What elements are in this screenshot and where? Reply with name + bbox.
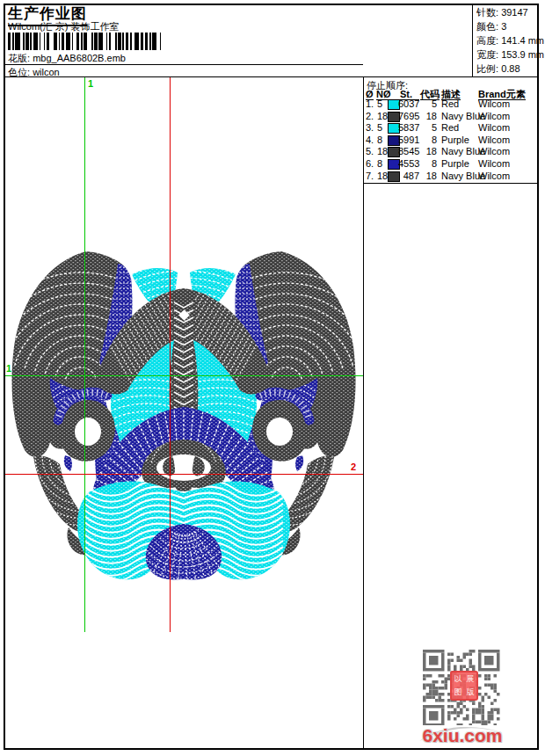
needle-number: 18	[377, 171, 388, 182]
color-count-value: 3	[501, 21, 506, 32]
height-row: 高度: 141.4 mm	[476, 34, 544, 47]
studio-name: Wilcom(汇 京) 装饰工作室	[8, 20, 120, 33]
end-guide-vertical	[170, 77, 171, 632]
scale-value: 0.88	[501, 63, 520, 74]
table-row: 2.18769518Navy BlueWilcom	[363, 111, 541, 122]
row-number: 4.	[366, 134, 374, 146]
stitch-count: 6037	[398, 98, 419, 110]
stitch-count: 8545	[398, 146, 419, 157]
table-row: 6.845538PurpleWilcom	[363, 158, 541, 170]
stamp-char: 图	[452, 686, 464, 699]
pattern-label: 花版:	[8, 53, 30, 63]
needle-number: 8	[377, 134, 382, 146]
color-code: 18	[425, 111, 437, 122]
stitch-speckle-overlay	[9, 246, 359, 589]
red-stamp: 以 展 图 版	[450, 671, 478, 701]
start-marker-label-top: 1	[88, 79, 93, 89]
row-number: 1.	[366, 98, 374, 110]
table-row: 7.1848718Navy BlueWilcom	[363, 171, 541, 182]
start-guide-horizontal	[5, 375, 363, 376]
thread-brand: Wilcom	[478, 134, 510, 146]
needle-number: 18	[377, 146, 388, 157]
color-description: Purple	[441, 158, 469, 170]
color-code: 8	[425, 158, 437, 170]
stitch-count: 5991	[398, 134, 419, 146]
stamp-char: 展	[464, 672, 476, 686]
color-code: 8	[425, 134, 437, 146]
row-number: 3.	[366, 122, 374, 134]
thread-brand: Wilcom	[478, 171, 510, 182]
stitch-count: 5837	[398, 122, 419, 134]
pattern-file: mbg_AAB6802B.emb	[33, 53, 126, 63]
needle-number: 5	[377, 98, 382, 110]
color-description: Purple	[441, 134, 469, 146]
color-description: Red	[441, 122, 459, 134]
thread-brand: Wilcom	[478, 122, 510, 134]
scale-row: 比例: 0.88	[476, 62, 520, 76]
table-row: 3.558375RedWilcom	[363, 122, 541, 134]
stitch-count-label: 针数:	[476, 7, 498, 18]
row-number: 6.	[366, 158, 374, 170]
table-row: 5.18854518Navy BlueWilcom	[363, 146, 541, 157]
barcode	[8, 33, 164, 50]
table-row: 4.859918PurpleWilcom	[363, 134, 541, 146]
table-row: 1.560375RedWilcom	[363, 98, 541, 110]
color-code: 5	[425, 122, 437, 134]
thread-brand: Wilcom	[478, 111, 510, 122]
needle-number: 18	[377, 111, 388, 122]
scale-label: 比例:	[476, 63, 498, 74]
row-number: 7.	[366, 171, 374, 182]
start-guide-vertical	[84, 77, 85, 632]
row-number: 5.	[366, 146, 374, 157]
table-bottom-border	[363, 183, 539, 184]
thread-brand: Wilcom	[478, 98, 510, 110]
pattern-separator	[5, 64, 363, 65]
width-label: 宽度:	[476, 49, 498, 60]
color-code: 18	[425, 146, 437, 157]
needle-number: 8	[377, 158, 382, 170]
stamp-char: 以	[452, 672, 464, 686]
pattern-file-row: 花版: mbg_AAB6802B.emb	[8, 52, 126, 65]
thread-brand: Wilcom	[478, 158, 510, 170]
height-label: 高度:	[476, 35, 498, 46]
stitch-count-row: 针数: 39147	[476, 6, 528, 19]
thread-brand: Wilcom	[478, 146, 510, 157]
color-code: 5	[425, 98, 437, 110]
color-count-label: 颜色:	[476, 21, 498, 32]
embroidery-design	[4, 77, 363, 752]
width-value: 153.9 mm	[501, 49, 544, 60]
needle-number: 5	[377, 122, 382, 134]
color-code: 18	[425, 171, 437, 182]
start-marker-label-left: 1	[6, 364, 11, 374]
stitch-count: 7695	[398, 111, 419, 122]
watermark-text: 6xiu.com	[417, 725, 508, 746]
width-row: 宽度: 153.9 mm	[476, 48, 544, 62]
height-value: 141.4 mm	[501, 35, 544, 46]
stitch-count: 487	[398, 171, 419, 182]
color-count-row: 颜色: 3	[476, 20, 506, 33]
stitch-count-value: 39147	[501, 7, 528, 18]
stamp-char: 版	[464, 686, 476, 699]
end-guide-horizontal	[5, 474, 363, 475]
color-description: Red	[441, 98, 459, 110]
row-number: 2.	[366, 111, 374, 122]
header-divider	[472, 5, 473, 77]
stitch-count: 4553	[398, 158, 419, 170]
end-marker-label: 2	[351, 462, 356, 472]
